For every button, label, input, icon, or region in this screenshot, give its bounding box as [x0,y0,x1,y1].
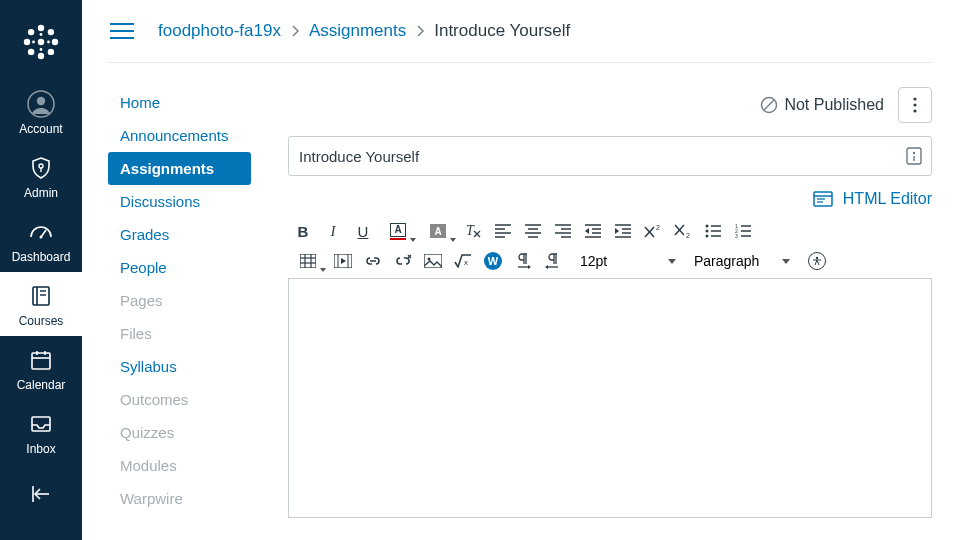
course-nav-discussions[interactable]: Discussions [108,185,251,218]
breadcrumb-current: Introduce Yourself [434,21,570,41]
book-icon [27,282,55,310]
align-right-button[interactable] [548,216,578,246]
bold-button[interactable]: B [288,216,318,246]
rtl-icon [545,253,561,269]
divider [108,62,932,63]
embed-app-button[interactable]: W [478,246,508,276]
inbox-icon [27,410,55,438]
course-nav-pages[interactable]: Pages [108,284,251,317]
number-list-button[interactable]: 123 [728,216,758,246]
outdent-button[interactable] [578,216,608,246]
nav-collapse-button[interactable] [0,470,82,520]
svg-point-10 [40,48,43,51]
align-right-icon [555,224,571,238]
table-button[interactable] [288,246,328,276]
nav-account[interactable]: Account [0,80,82,144]
superscript-icon: 2 [644,224,662,238]
more-options-button[interactable] [898,87,932,123]
course-nav-warpwire[interactable]: Warpwire [108,482,251,515]
breadcrumb-section-link[interactable]: Assignments [309,21,406,41]
svg-text:2: 2 [656,224,660,231]
nav-label: Dashboard [12,250,71,264]
outdent-icon [585,224,601,238]
course-nav-grades[interactable]: Grades [108,218,251,251]
svg-point-14 [37,97,45,105]
clear-formatting-button[interactable]: T [458,216,488,246]
html-editor-row: HTML Editor [288,190,932,208]
ltr-button[interactable] [508,246,538,276]
canvas-logo [21,22,61,62]
bg-color-button[interactable]: A [418,216,458,246]
svg-point-38 [913,103,916,106]
course-nav-files[interactable]: Files [108,317,251,350]
assignment-title-input[interactable] [288,136,932,176]
course-nav-outcomes[interactable]: Outcomes [108,383,251,416]
text-color-icon: A [390,223,406,240]
italic-button[interactable]: I [318,216,348,246]
font-size-select[interactable]: 12pt [574,248,682,274]
subscript-button[interactable]: 2 [668,216,698,246]
rce-editor-body[interactable] [288,278,932,518]
keyboard-shortcuts-icon[interactable] [906,147,922,165]
nav-admin[interactable]: Admin [0,144,82,208]
hamburger-menu-button[interactable] [110,22,134,40]
bullet-list-button[interactable] [698,216,728,246]
course-nav-quizzes[interactable]: Quizzes [108,416,251,449]
unlink-button[interactable] [388,246,418,276]
rtl-button[interactable] [538,246,568,276]
svg-line-36 [764,100,774,110]
nav-inbox[interactable]: Inbox [0,400,82,464]
course-nav-modules[interactable]: Modules [108,449,251,482]
svg-point-8 [48,49,54,55]
link-button[interactable] [358,246,388,276]
svg-marker-106 [528,265,531,269]
equation-button[interactable]: x [448,246,478,276]
indent-button[interactable] [608,216,638,246]
svg-point-0 [38,39,44,45]
indent-icon [615,224,631,238]
main-content: Not Published HTML Editor B I U A A [288,86,932,518]
svg-point-103 [428,258,431,261]
svg-text:3: 3 [735,233,738,238]
bold-icon: B [298,223,309,240]
svg-point-41 [913,152,915,154]
a11y-checker-button[interactable] [802,246,832,276]
nav-calendar[interactable]: Calendar [0,336,82,400]
svg-rect-102 [424,254,442,268]
chevron-right-icon [416,25,424,37]
svg-point-1 [38,25,44,31]
svg-line-111 [815,260,817,265]
course-nav-syllabus[interactable]: Syllabus [108,350,251,383]
superscript-button[interactable]: 2 [638,216,668,246]
ltr-icon [515,253,531,269]
nav-courses[interactable]: Courses [0,272,82,336]
chevron-down-icon [320,268,326,272]
course-nav-people[interactable]: People [108,251,251,284]
block-format-select[interactable]: Paragraph [688,248,796,274]
table-icon [300,254,316,268]
breadcrumb-course-link[interactable]: foodphoto-fa19x [158,21,281,41]
publish-status: Not Published [760,96,884,114]
italic-icon: I [331,223,336,240]
course-nav-assignments[interactable]: Assignments [108,152,251,185]
chevron-right-icon [291,25,299,37]
media-button[interactable] [328,246,358,276]
image-button[interactable] [418,246,448,276]
align-center-button[interactable] [518,216,548,246]
svg-point-80 [706,235,709,238]
course-nav-home[interactable]: Home [108,86,251,119]
svg-text:T: T [466,223,475,238]
number-list-icon: 123 [735,224,751,238]
underline-button[interactable]: U [348,216,378,246]
shield-icon [27,154,55,182]
svg-point-79 [706,230,709,233]
html-editor-link[interactable]: HTML Editor [813,190,932,208]
course-nav-announcements[interactable]: Announcements [108,119,251,152]
align-left-button[interactable] [488,216,518,246]
svg-rect-90 [300,254,316,268]
nav-dashboard[interactable]: Dashboard [0,208,82,272]
nav-label: Inbox [26,442,55,456]
image-icon [424,254,442,268]
html-editor-label: HTML Editor [843,190,932,208]
text-color-button[interactable]: A [378,216,418,246]
